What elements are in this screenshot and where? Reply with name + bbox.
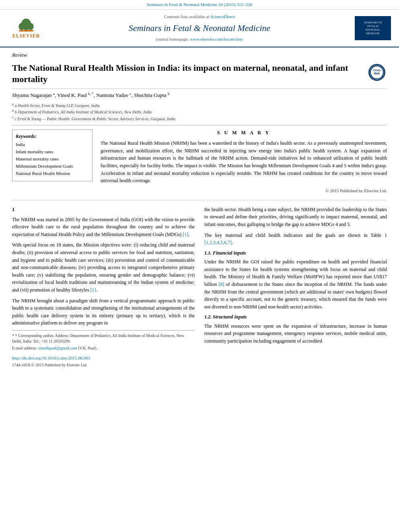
- affiliation-a: a a Health Sector, Ernst & Young LLP, Gu…: [12, 102, 387, 109]
- table-ref-link[interactable]: [1,2,3,4,5,6,7]: [204, 240, 232, 245]
- keyword-1: India: [16, 142, 89, 148]
- svg-rect-4: [19, 30, 33, 32]
- section-divider: [12, 200, 387, 200]
- journal-homepage: journal homepage: www.elsevier.com/locat…: [52, 36, 347, 43]
- issn-line: 1744-165X/© 2015 Published by Elsevier L…: [12, 362, 195, 368]
- authors-line: Shyama Nagarajan a, Vinod K. Paul b, *, …: [12, 89, 387, 101]
- body-para-right-4: The NRHM resources were spent on the exp…: [204, 322, 387, 345]
- body-para-right-1: the health sector. Health being a state …: [204, 206, 387, 228]
- banner-text: Seminars in Fetal & Neonatal Medicine 20…: [147, 2, 252, 7]
- footnote-star: *: [12, 333, 15, 338]
- email-suffix: (V.K. Paul).: [78, 346, 97, 350]
- body-para-right-3: Under the NRHM the GOI raised the public…: [204, 258, 387, 310]
- ref-1b-link[interactable]: [1]: [90, 287, 96, 293]
- keyword-3: Maternal mortality rates: [16, 156, 89, 162]
- svg-point-3: [27, 23, 34, 30]
- author-4: Shuchita Gupta b: [134, 92, 169, 98]
- copyright: © 2015 Published by Elsevier Ltd.: [101, 188, 387, 194]
- elsevier-tree-icon: [14, 16, 38, 33]
- contents-prefix: Contents lists available at: [164, 14, 209, 19]
- email-label: E-mail address:: [12, 346, 37, 350]
- svg-text:Mark: Mark: [374, 72, 380, 75]
- body-left-col: 1 The NRHM was started in 2005 by the Go…: [12, 206, 195, 368]
- journal-header: ELSEVIER Contents lists available at Sci…: [0, 10, 399, 47]
- journal-title: Seminars in Fetal & Neonatal Medicine: [52, 22, 347, 35]
- summary-section: Keywords: India Infant mortality rates M…: [12, 125, 387, 194]
- keywords-column: Keywords: India Infant mortality rates M…: [12, 129, 93, 194]
- elsevier-label: ELSEVIER: [12, 33, 40, 39]
- summary-text: The National Rural Health Mission (NRHM)…: [101, 140, 387, 185]
- keyword-5: National Rural Health Mission: [16, 170, 89, 177]
- top-banner: Seminars in Fetal & Neonatal Medicine 20…: [0, 0, 399, 10]
- header-center: Contents lists available at ScienceDirec…: [44, 14, 355, 43]
- affiliation-c: c c Ernst & Young — Public Health: Gover…: [12, 115, 387, 122]
- journal-logo-text: SEMINARS INFETAL &NEONATALMEDICINE: [364, 21, 382, 35]
- footnote-email-line: E-mail address: vinodkpaul@gmail.com (V.…: [12, 345, 195, 351]
- affiliation-b: b b Department of Pediatrics, All India …: [12, 109, 387, 115]
- subsection-1-2-title: 1.2. Structural inputs: [204, 314, 387, 320]
- footnotes: * * Corresponding author. Address: Depar…: [12, 330, 195, 351]
- body-section: 1 The NRHM was started in 2005 by the Go…: [12, 206, 387, 372]
- footnote-text: * Corresponding author. Address: Departm…: [12, 333, 184, 343]
- keywords-box: Keywords: India Infant mortality rates M…: [12, 129, 93, 181]
- keyword-4: Millennium Development Goals: [16, 163, 89, 170]
- ref-1-link[interactable]: [1]: [183, 232, 188, 237]
- crossmark-icon: Cross Mark: [368, 64, 385, 81]
- doi-link[interactable]: http://dx.doi.org/10.1016/j.siny.2015.06…: [12, 355, 195, 362]
- ref-8-link[interactable]: [8]: [218, 281, 224, 287]
- doi-area: http://dx.doi.org/10.1016/j.siny.2015.06…: [12, 355, 195, 368]
- svg-point-2: [19, 23, 25, 30]
- footnote-corresponding: * * Corresponding author. Address: Depar…: [12, 333, 195, 344]
- subsection-1-1-title: 1.1. Financial inputs: [204, 250, 387, 257]
- body-para-2: With special focus on 18 states, the Mis…: [12, 241, 195, 294]
- homepage-prefix: journal homepage:: [156, 37, 189, 41]
- homepage-link[interactable]: www.elsevier.com/locate/siny: [190, 37, 243, 41]
- keyword-2: Infant mortality rates: [16, 149, 89, 155]
- svg-text:Cross: Cross: [373, 69, 380, 72]
- body-para-right-2: The key maternal and child health indica…: [204, 232, 387, 246]
- article-content: Review The National Rural Health Mission…: [0, 47, 399, 372]
- section-number: 1: [12, 206, 195, 214]
- email-link[interactable]: vinodkpaul@gmail.com: [38, 346, 77, 350]
- author-2: Vinod K. Paul b, *,: [57, 92, 95, 98]
- author-1: Shyama Nagarajan a,: [12, 92, 56, 98]
- crossmark-badge[interactable]: Cross Mark: [367, 62, 387, 82]
- elsevier-logo: ELSEVIER: [8, 16, 44, 40]
- contents-line: Contents lists available at ScienceDirec…: [52, 14, 347, 20]
- article-title-section: The National Rural Health Mission in Ind…: [12, 61, 387, 89]
- journal-logo-right: SEMINARS INFETAL &NEONATALMEDICINE: [355, 16, 391, 40]
- keywords-title: Keywords:: [16, 133, 89, 140]
- body-para-1: The NRHM was started in 2005 by the Gove…: [12, 216, 195, 238]
- review-label: Review: [12, 47, 387, 61]
- article-title: The National Rural Health Mission in Ind…: [12, 62, 367, 85]
- body-para-3: The NRHM brought about a paradigm shift …: [12, 297, 195, 327]
- affiliations: a a Health Sector, Ernst & Young LLP, Gu…: [12, 101, 387, 125]
- summary-column: S U M M A R Y The National Rural Health …: [101, 129, 387, 194]
- body-right-col: the health sector. Health being a state …: [204, 206, 387, 368]
- sciencedirect-link[interactable]: ScienceDirect: [210, 14, 235, 19]
- summary-title: S U M M A R Y: [101, 129, 387, 136]
- author-3: Namrata Yadav c,: [96, 92, 133, 98]
